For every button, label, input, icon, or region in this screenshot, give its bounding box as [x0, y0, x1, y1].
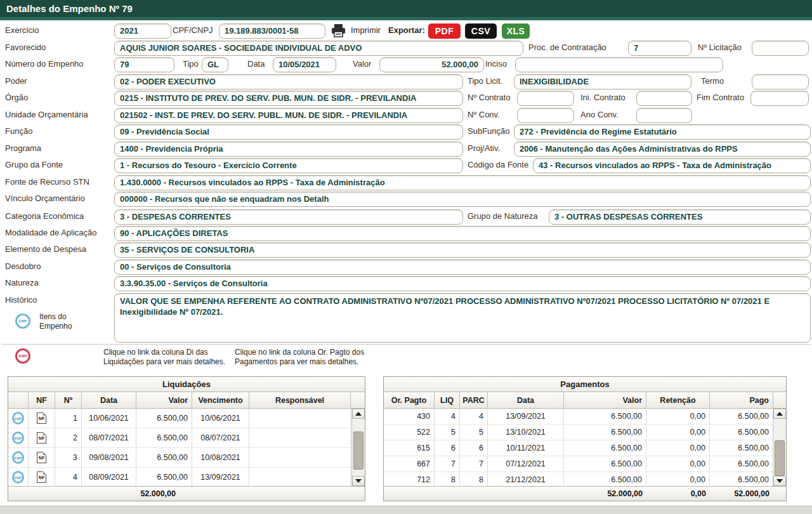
num-contrato-field[interactable]	[517, 91, 574, 106]
ano-conv-label: Ano Conv.	[580, 110, 619, 119]
printer-icon[interactable]	[331, 23, 346, 41]
numero-empenho-field[interactable]: 79	[114, 57, 174, 72]
itens-empenho-label: Itens do Empenho	[39, 312, 79, 331]
pagamento-orpagto-link[interactable]: 667	[384, 456, 435, 472]
liquidacao-detail-icon[interactable]: EMP	[12, 432, 24, 444]
liquidacoes-row: EMP NF 4 08/09/2021 6.500,00 13/09/2021	[8, 468, 365, 487]
pagamento-orpagto-link[interactable]: 430	[384, 409, 435, 425]
favorecido-field[interactable]: AQUIS JUNIOR SOARES - SOCIEDADE INDIVIDU…	[114, 41, 523, 56]
pagamento-orpagto-link[interactable]: 522	[384, 425, 435, 440]
proj-ativ-field[interactable]: 2006 - Manutenção das Ações Administrati…	[514, 142, 811, 157]
scroll-thumb[interactable]	[775, 440, 785, 476]
pagamentos-scrollbar[interactable]	[773, 409, 786, 486]
imprimir-button[interactable]: Imprimir	[351, 25, 381, 35]
export-xls-button[interactable]: XLS	[502, 23, 530, 39]
nf-icon[interactable]: NF	[37, 452, 46, 463]
modalidade-aplicacao-field[interactable]: 90 - APLICAÇÕES DIRETAS	[114, 226, 811, 241]
liquidacoes-scrollbar[interactable]	[351, 409, 365, 486]
valor-field[interactable]: 52.000,00	[379, 57, 484, 72]
funcao-field[interactable]: 09 - Previdência Social	[114, 124, 463, 140]
liquidacao-numero[interactable]: 3	[55, 448, 82, 468]
num-licitacao-field[interactable]	[752, 41, 809, 56]
nf-icon[interactable]: NF	[37, 432, 46, 444]
termo-field[interactable]	[752, 74, 809, 89]
liquidacao-data: 08/07/2021	[82, 428, 136, 448]
liquidacao-detail-icon[interactable]: EMP	[12, 451, 24, 464]
proc-contratacao-label: Proc. de Contratação	[528, 43, 606, 52]
liquidacoes-header-valor: Valor	[136, 392, 192, 408]
pagamento-liq: 6	[435, 440, 460, 456]
pagamento-orpagto-link[interactable]: 615	[384, 440, 435, 456]
export-csv-button[interactable]: CSV	[465, 23, 497, 39]
itens-empenho-icon[interactable]: EMP	[15, 313, 30, 329]
vinculo-orcamentario-field[interactable]: 000000 - Recursos que não se enquadram n…	[114, 192, 811, 207]
nf-icon[interactable]: NF	[37, 471, 46, 483]
unidade-orcamentaria-label: Unidade Orçamentária	[5, 110, 88, 119]
grupo-natureza-field[interactable]: 3 - OUTRAS DESPESAS CORRENTES	[549, 209, 811, 225]
liquidacao-numero[interactable]: 2	[55, 428, 82, 448]
scroll-down-button[interactable]	[352, 476, 365, 486]
liquidacoes-header-nf: NF	[29, 392, 55, 408]
grupo-fonte-label: Grupo da Fonte	[5, 160, 63, 169]
numero-empenho-label: Número do Empenho	[5, 59, 84, 69]
num-conv-field[interactable]	[517, 108, 574, 123]
natureza-field[interactable]: 3.3.90.35.00 - Serviços de Consultoria	[114, 276, 811, 291]
historico-field[interactable]: VALOR QUE SE EMPENHA REFERENTE AO CONTRA…	[114, 293, 811, 343]
export-pdf-button[interactable]: PDF	[428, 23, 461, 39]
tipo-field[interactable]: GL	[202, 57, 228, 72]
liquidacoes-hint-text: Clique no link da coluna Di das Liquidaç…	[103, 348, 227, 367]
poder-label: Poder	[5, 76, 27, 86]
unidade-orcamentaria-field[interactable]: 021502 - INST. DE PREV. DO SERV. PUBL. M…	[114, 108, 463, 123]
pagamento-data: 13/09/2021	[488, 409, 564, 425]
scroll-up-button[interactable]	[352, 409, 365, 419]
liquidacao-vencimento: 10/06/2021	[192, 409, 249, 428]
exercicio-field[interactable]: 2021	[114, 23, 171, 39]
ini-contrato-field[interactable]	[636, 91, 692, 106]
valor-label: Valor	[353, 59, 371, 69]
liquidacao-responsavel	[249, 468, 351, 487]
funcao-label: Função	[5, 126, 32, 136]
scroll-thumb[interactable]	[353, 432, 363, 470]
fim-contrato-field[interactable]	[750, 91, 809, 106]
exercicio-label: Exercício	[5, 25, 39, 35]
orgao-field[interactable]: 0215 - INSTITUTO DE PREV. DO SERV. PUB. …	[114, 91, 463, 106]
accent-strip	[0, 17, 812, 20]
cpf-cnpj-field[interactable]: 19.189.883/0001-58	[219, 23, 325, 39]
num-conv-label: Nº Conv.	[468, 110, 500, 119]
tipo-licit-field[interactable]: INEXIGIBILIDADE	[514, 74, 691, 89]
fonte-recurso-stn-field[interactable]: 1.430.0000 - Recursos vinculados ao RPPS…	[114, 175, 811, 190]
data-field[interactable]: 10/05/2021	[273, 57, 336, 72]
liquidacao-hint-icon[interactable]: EMP	[15, 348, 30, 364]
pagamentos-total-valor: 52.000,00	[564, 487, 646, 501]
scroll-down-button[interactable]	[773, 476, 786, 486]
grupo-fonte-field[interactable]: 1 - Recursos do Tesouro - Exercício Corr…	[114, 158, 463, 173]
nf-icon[interactable]: NF	[37, 412, 46, 424]
pagamentos-row: 615 6 6 10/11/2021 6.500,00 0,00 6.500,0…	[384, 440, 786, 456]
liquidacoes-total-row: 52.000,00	[8, 486, 365, 501]
liquidacao-detail-icon[interactable]: EMP	[12, 471, 24, 484]
liquidacao-numero[interactable]: 4	[55, 468, 82, 487]
pagamentos-title: Pagamentos	[384, 377, 786, 392]
desdobro-field[interactable]: 00 - Serviços de Consultoria	[114, 260, 811, 275]
categoria-economica-field[interactable]: 3 - DESPESAS CORRENTES	[114, 209, 463, 225]
pagamentos-total-pago: 52.000,00	[710, 487, 773, 501]
scroll-up-button[interactable]	[773, 409, 786, 419]
liquidacao-detail-icon[interactable]: EMP	[12, 412, 24, 425]
codigo-fonte-field[interactable]: 43 - Recursos vinculados ao RPPS - Taxa …	[533, 158, 811, 173]
pagamento-data: 07/12/2021	[488, 456, 564, 472]
subfuncao-field[interactable]: 272 - Previdência do Regime Estatutário	[514, 124, 811, 140]
codigo-fonte-label: Código da Fonte	[468, 160, 528, 169]
liquidacoes-title: Liquidações	[8, 377, 365, 392]
elemento-despesa-field[interactable]: 35 - SERVIÇOS DE CONSULTORIA	[114, 242, 811, 258]
poder-field[interactable]: 02 - PODER EXECUTIVO	[114, 74, 463, 89]
pagamento-parc: 4	[460, 409, 488, 425]
liquidacao-responsavel	[249, 409, 351, 428]
liquidacoes-table: Liquidações NF Nº Data Valor Vencimento …	[8, 376, 365, 501]
pagamento-pago: 6.500,00	[710, 425, 773, 440]
proc-contratacao-field[interactable]: 7	[628, 41, 691, 56]
liquidacao-numero[interactable]: 1	[55, 409, 82, 428]
programa-field[interactable]: 1400 - Previdencia Própria	[114, 142, 463, 157]
inciso-field[interactable]	[515, 57, 723, 72]
ano-conv-field[interactable]	[636, 108, 692, 123]
liquidacao-vencimento: 10/08/2021	[192, 448, 249, 468]
